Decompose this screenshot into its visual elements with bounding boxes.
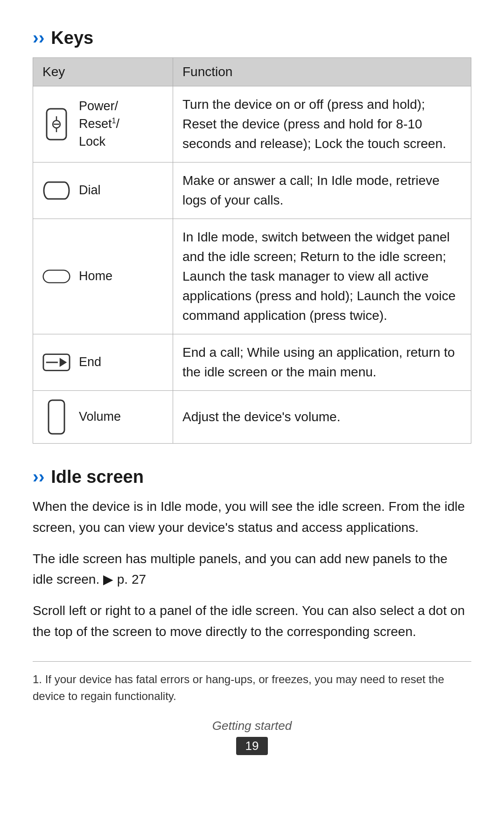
table-row: Home In Idle mode, switch between the wi… (33, 219, 471, 334)
idle-screen-title: ›› Idle screen (33, 467, 471, 487)
key-label-volume: Volume (79, 408, 121, 426)
keys-table: Key Function (33, 57, 471, 444)
keys-section: ›› Keys Key Function (33, 28, 471, 444)
function-cell-power: Turn the device on or off (press and hol… (173, 86, 471, 163)
dial-icon (42, 181, 70, 200)
key-cell-volume: Volume (33, 391, 173, 444)
idle-screen-para-3: Scroll left or right to a panel of the i… (33, 601, 471, 643)
table-row: Power/Reset1/Lock Turn the device on or … (33, 86, 471, 163)
keys-title: ›› Keys (33, 28, 471, 48)
page-number: 19 (236, 737, 268, 755)
key-label-power: Power/Reset1/Lock (79, 98, 119, 150)
key-cell-dial: Dial (33, 163, 173, 219)
footer-label: Getting started (33, 719, 471, 733)
keys-chevron: ›› (33, 28, 44, 48)
table-header-function: Function (173, 58, 471, 86)
svg-rect-9 (49, 400, 64, 434)
idle-screen-section: ›› Idle screen When the device is in Idl… (33, 467, 471, 643)
svg-rect-5 (43, 270, 70, 283)
idle-screen-para-1: When the device is in Idle mode, you wil… (33, 496, 471, 538)
table-row: Volume Adjust the device's volume. (33, 391, 471, 444)
function-cell-end: End a call; While using an application, … (173, 334, 471, 391)
volume-icon (42, 399, 70, 435)
key-cell-power: Power/Reset1/Lock (33, 86, 173, 163)
home-icon (42, 268, 70, 285)
table-row: Dial Make or answer a call; In Idle mode… (33, 163, 471, 219)
function-cell-home: In Idle mode, switch between the widget … (173, 219, 471, 334)
footnote-1: 1. If your device has fatal errors or ha… (33, 671, 471, 705)
function-cell-dial: Make or answer a call; In Idle mode, ret… (173, 163, 471, 219)
key-cell-end: End (33, 334, 173, 391)
key-cell-home: Home (33, 219, 173, 334)
key-label-end: End (79, 353, 101, 371)
power-icon (42, 108, 70, 141)
end-icon (42, 353, 70, 372)
page-footer: Getting started 19 (33, 719, 471, 755)
idle-screen-chevron: ›› (33, 467, 44, 487)
footer-divider (33, 661, 471, 662)
svg-rect-4 (44, 182, 69, 199)
table-header-key: Key (33, 58, 173, 86)
key-label-home: Home (79, 268, 112, 285)
key-label-dial: Dial (79, 182, 101, 199)
function-cell-volume: Adjust the device's volume. (173, 391, 471, 444)
idle-screen-para-2: The idle screen has multiple panels, and… (33, 549, 471, 591)
table-row: End End a call; While using an applicati… (33, 334, 471, 391)
